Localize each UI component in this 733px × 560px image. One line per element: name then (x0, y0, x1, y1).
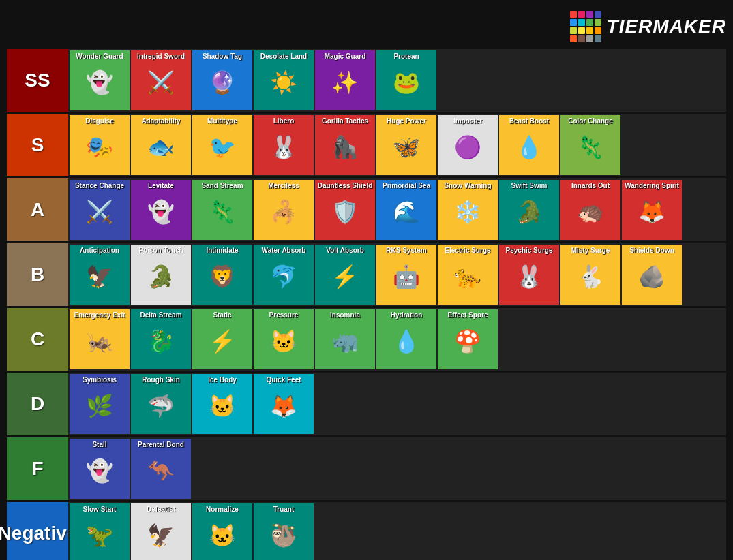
list-item[interactable]: Snow Warning❄️ (438, 180, 498, 240)
item-name-label: Static (213, 311, 231, 320)
list-item[interactable]: RKS System🤖 (376, 245, 436, 305)
list-item[interactable]: Imposter🟣 (438, 115, 498, 175)
list-item[interactable]: Desolate Land☀️ (254, 50, 314, 110)
tier-label-ss: SS (7, 49, 68, 112)
list-item[interactable]: Libero🐰 (254, 115, 314, 175)
item-pokemon-sprite: 🦏 (325, 321, 365, 362)
item-name-label: Poison Touch (138, 247, 183, 255)
list-item[interactable]: Static⚡ (192, 309, 252, 369)
item-pokemon-sprite: 🦖 (79, 515, 120, 556)
pokemon-icon: 💧 (387, 322, 425, 360)
list-item[interactable]: Magic Guard✨ (315, 50, 375, 110)
tier-items-ss: Wonder Guard👻Intrepid Sword⚔️Shadow Tag🔮… (68, 49, 726, 112)
list-item[interactable]: Multitype🐦 (192, 115, 252, 175)
item-name-label: Water Absorb (262, 247, 306, 255)
list-item[interactable]: Ice Body🐱 (192, 374, 252, 434)
pokemon-icon: 👻 (80, 452, 119, 490)
item-name-label: Normalize (206, 505, 239, 514)
list-item[interactable]: Stance Change⚔️ (70, 180, 130, 240)
pokemon-icon: ⚡ (203, 322, 241, 360)
item-name-label: Electric Surge (445, 247, 490, 255)
list-item[interactable]: Quick Feet🦊 (254, 374, 314, 434)
list-item[interactable]: Levitate👻 (131, 180, 191, 240)
list-item[interactable]: Parental Bond🦘 (131, 439, 191, 499)
item-pokemon-sprite: 🐬 (263, 256, 304, 297)
list-item[interactable]: Primordial Sea🌊 (376, 180, 436, 240)
list-item[interactable]: Dauntless Shield🛡️ (315, 180, 375, 240)
list-item[interactable]: Disguise🎭 (70, 115, 130, 175)
item-name-label: Wandering Spirit (625, 182, 679, 190)
list-item[interactable]: Innards Out🦔 (560, 180, 620, 240)
item-pokemon-sprite: ❄️ (447, 191, 488, 232)
list-item[interactable]: Poison Touch🐊 (131, 245, 191, 305)
list-item[interactable]: Stall👻 (70, 439, 130, 499)
list-item[interactable]: Slow Start🦖 (70, 503, 130, 560)
pokemon-icon: 🦘 (142, 452, 180, 490)
item-name-label: Huge Power (387, 117, 426, 125)
tier-label-s: S (7, 114, 68, 176)
pokemon-icon: 🌿 (80, 387, 119, 425)
list-item[interactable]: Rough Skin🦈 (131, 374, 191, 434)
list-item[interactable]: Wandering Spirit🦊 (622, 180, 682, 240)
list-item[interactable]: Swift Swim🐊 (499, 180, 559, 240)
list-item[interactable]: Defeatist🦅 (131, 503, 191, 560)
list-item[interactable]: Shadow Tag🔮 (192, 50, 252, 110)
item-name-label: Hydration (391, 311, 423, 320)
list-item[interactable]: Misty Surge🐇 (560, 245, 620, 305)
pokemon-icon: 🦍 (326, 128, 364, 166)
list-item[interactable]: Gorilla Tactics🦍 (315, 115, 375, 175)
pokemon-icon: 🐆 (449, 258, 487, 296)
list-item[interactable]: Sand Stream🦎 (192, 180, 252, 240)
pokemon-icon: 🌊 (387, 193, 425, 231)
item-pokemon-sprite: 🐇 (570, 256, 611, 297)
item-pokemon-sprite: 🐦 (202, 127, 243, 168)
item-pokemon-sprite: 🦎 (202, 191, 243, 232)
list-item[interactable]: Merciless🦂 (254, 180, 314, 240)
item-pokemon-sprite: 🐆 (447, 256, 488, 297)
pokemon-icon: 👻 (80, 63, 119, 102)
item-name-label: Primordial Sea (383, 182, 430, 190)
item-pokemon-sprite: 🦗 (79, 321, 120, 362)
pokemon-icon: 🐰 (510, 258, 548, 296)
tier-label-d: D (7, 373, 68, 435)
list-item[interactable]: Volt Absorb⚡ (315, 245, 375, 305)
pokemon-icon: 🪨 (633, 258, 671, 296)
list-item[interactable]: Shields Down🪨 (622, 245, 682, 305)
list-item[interactable]: Electric Surge🐆 (438, 245, 498, 305)
list-item[interactable]: Intrepid Sword⚔️ (131, 50, 191, 110)
item-name-label: Parental Bond (138, 441, 184, 449)
list-item[interactable]: Adaptability🐟 (131, 115, 191, 175)
pokemon-icon: 🦖 (80, 516, 119, 555)
pokemon-icon: 🦂 (265, 193, 303, 231)
list-item[interactable]: Delta Stream🐉 (131, 309, 191, 369)
list-item[interactable]: Emergency Exit🦗 (70, 309, 130, 369)
item-pokemon-sprite: 🦈 (140, 386, 181, 426)
tier-items-negative: Slow Start🦖Defeatist🦅Normalize🐱Truant🦥 (68, 502, 726, 560)
list-item[interactable]: Pressure🐱 (254, 309, 314, 369)
list-item[interactable]: Beast Boost💧 (499, 115, 559, 175)
pokemon-icon: ⚡ (326, 258, 364, 296)
list-item[interactable]: Hydration💧 (376, 309, 436, 369)
item-name-label: Levitate (148, 182, 174, 190)
list-item[interactable]: Huge Power🦋 (376, 115, 436, 175)
item-name-label: Swift Swim (511, 182, 548, 190)
pokemon-icon: 🦅 (80, 258, 119, 296)
list-item[interactable]: Insomnia🦏 (315, 309, 375, 369)
list-item[interactable]: Symbiosis🌿 (70, 374, 130, 434)
list-item[interactable]: Color Change🦎 (560, 115, 620, 175)
pokemon-icon: 🐉 (142, 322, 180, 360)
item-pokemon-sprite: 🦁 (202, 256, 243, 297)
list-item[interactable]: Protean🐸 (376, 50, 436, 110)
tier-items-f: Stall👻Parental Bond🦘 (68, 437, 726, 500)
pokemon-icon: 🦗 (80, 322, 119, 360)
item-name-label: Effect Spore (448, 311, 488, 320)
list-item[interactable]: Anticipation🦅 (70, 245, 130, 305)
list-item[interactable]: Wonder Guard👻 (70, 50, 130, 110)
list-item[interactable]: Truant🦥 (254, 503, 314, 560)
list-item[interactable]: Intimidate🦁 (192, 245, 252, 305)
list-item[interactable]: Effect Spore🍄 (438, 309, 498, 369)
item-name-label: Truant (273, 505, 295, 514)
list-item[interactable]: Water Absorb🐬 (254, 245, 314, 305)
list-item[interactable]: Psychic Surge🐰 (499, 245, 559, 305)
list-item[interactable]: Normalize🐱 (192, 503, 252, 560)
